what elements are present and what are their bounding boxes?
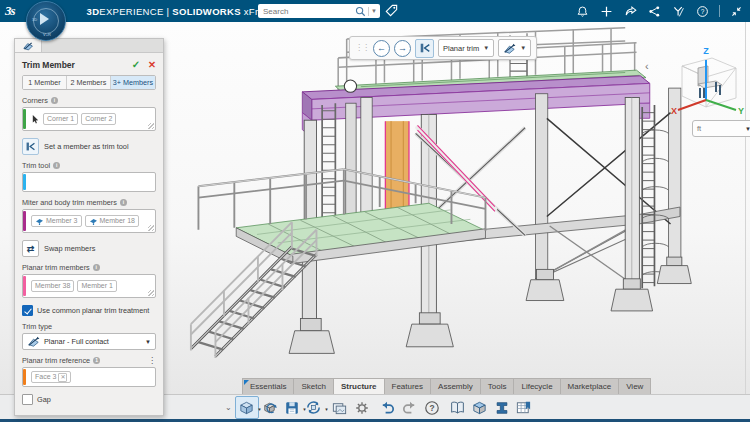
corners-label: Corners [22,96,48,105]
swap-members-button[interactable]: ⇄ [22,240,39,257]
set-trim-tool-icon[interactable] [415,39,434,58]
compass-play-icon [40,13,49,25]
trim-type-dropdown[interactable]: Planar - Full contact ▼ [22,333,156,350]
undo-icon[interactable] [377,397,399,418]
corners-accent-bar [23,109,26,129]
swap-members-label: Swap members [44,244,95,253]
tag-icon[interactable] [384,3,399,18]
redo-icon[interactable] [399,397,421,418]
toolbar-grip-icon[interactable]: ⋮⋮ [355,45,369,51]
info-icon[interactable]: i [93,264,100,271]
z-label: Z [703,46,709,56]
tab-tools[interactable]: Tools [481,379,515,395]
member-count-tabs: 1 Member 2 Members 3+ Members [22,75,156,90]
remove-chip-icon[interactable]: ✕ [58,373,67,382]
brand-solidworks: SOLIDWORKS [172,6,240,17]
units-dropdown[interactable]: ft ▼ [692,120,750,137]
3dexperience-compass[interactable]: 3D V+R [26,1,66,41]
new-model-icon[interactable]: ▾ [235,396,259,419]
resize-handle[interactable] [148,123,154,129]
update-icon[interactable]: ▾ [303,397,325,418]
planar-ref-accent-bar [23,369,26,385]
units-value: ft [697,124,701,133]
planar-ref-selection-box[interactable]: Face 3✕ [22,367,156,387]
cancel-x-icon[interactable]: ✕ [148,59,156,70]
catalog-book-icon[interactable] [447,397,469,418]
lower-deck[interactable] [236,203,485,264]
tab-1-member[interactable]: 1 Member [23,76,67,89]
tab-view[interactable]: View [619,379,650,395]
tab-3plus-members[interactable]: 3+ Members [111,76,155,89]
info-icon[interactable]: i [53,162,60,169]
tab-essentials[interactable]: Essentials [243,379,294,395]
tab-marketplace[interactable]: Marketplace [561,379,620,395]
member-chip[interactable]: Member 1 [77,280,117,292]
help-icon[interactable]: ? [695,4,710,19]
left-ladder[interactable] [322,103,335,226]
resize-handle[interactable] [148,290,154,296]
trim-type-icon-dropdown[interactable]: ▼ [498,39,531,57]
svg-text:?: ? [701,7,705,14]
tab-lifecycle[interactable]: Lifecycle [514,379,560,395]
collapse-icon[interactable] [729,4,744,19]
tab-2-members[interactable]: 2 Members [67,76,111,89]
member-icon [35,218,44,225]
member-chip[interactable]: Member 38 [31,280,74,292]
gap-checkbox[interactable] [22,394,33,405]
tab-sketch[interactable]: Sketch [294,379,333,395]
notifications-bell-icon[interactable] [575,4,590,19]
trim-tool-accent-bar [23,174,26,190]
tab-structure[interactable]: Structure [334,379,385,395]
tab-features[interactable]: Features [385,379,432,395]
panel-collapse-chevron[interactable]: ‹ [645,60,649,72]
resize-handle[interactable] [148,225,154,231]
panel-tab[interactable] [15,39,42,52]
miter-selection-box[interactable]: Member 3 Member 18 [22,209,156,233]
export-image-icon[interactable] [329,397,351,418]
search-icon[interactable] [355,6,366,17]
solid-cube-icon[interactable] [469,397,491,418]
confirm-check-icon[interactable]: ✓ [132,59,140,70]
corner-chip[interactable]: Corner 2 [81,113,116,125]
planar-members-selection-box[interactable]: Member 38 Member 1 [22,274,156,298]
collab-icon[interactable] [671,4,686,19]
common-treatment-checkbox[interactable] [22,305,33,316]
share-network-icon[interactable] [647,4,662,19]
info-icon[interactable]: i [51,97,58,104]
settings-gear-icon[interactable] [351,397,373,418]
previous-button[interactable]: ← [373,40,390,57]
corner-chip[interactable]: Corner 1 [43,113,78,125]
info-icon[interactable]: i [120,199,127,206]
next-button[interactable]: → [394,40,411,57]
corners-selection-box[interactable]: Corner 1 Corner 2 [22,107,156,131]
save-icon[interactable]: ▾ [281,397,303,418]
trim-type-value: Planar - Full contact [44,337,109,346]
drag-handle-sphere[interactable] [344,80,356,92]
search-input[interactable] [261,6,355,17]
trim-type-label: Trim type [22,322,52,331]
gap-label: Gap [37,395,51,404]
bom-table-icon[interactable] [513,397,535,418]
trim-member-icon [23,41,34,51]
help-circle-icon[interactable]: ? [421,397,443,418]
ribbon-tab-bar: Essentials Sketch Structure Features Ass… [242,378,651,395]
member-chip[interactable]: Member 18 [85,215,139,227]
trim-tool-selection-box[interactable] [22,172,156,192]
structure-member-icon[interactable] [491,397,513,418]
toolbar-expand-chevron[interactable]: ⌄ [222,403,235,412]
svg-text:?: ? [429,403,434,413]
set-trim-tool-button[interactable] [22,138,39,155]
search-options-chevron-icon[interactable]: ▼ [371,8,377,14]
trim-mode-dropdown[interactable]: Planar trim ▼ [438,39,494,57]
share-arrow-icon[interactable] [623,4,638,19]
miter-accent-bar [23,211,26,231]
face-chip[interactable]: Face 3✕ [31,371,71,383]
orientation-triad[interactable]: Z X Y [664,44,746,126]
search-box[interactable]: ▼ [258,4,380,18]
more-options-icon[interactable]: ⋮ [148,358,156,364]
add-plus-icon[interactable] [599,4,614,19]
rebuild-icon[interactable] [259,397,281,418]
tab-assembly[interactable]: Assembly [431,379,481,395]
info-icon[interactable]: 1 [93,357,100,364]
member-chip[interactable]: Member 3 [31,215,82,227]
